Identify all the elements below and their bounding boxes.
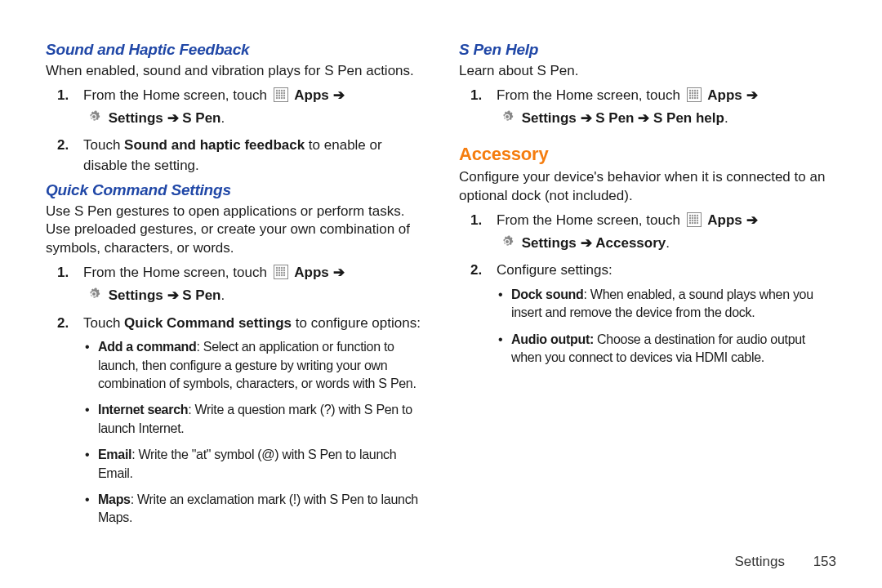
- svg-point-2: [278, 90, 279, 91]
- svg-point-54: [696, 97, 697, 99]
- list-item: Audio output: Choose a destination for a…: [497, 331, 836, 368]
- step-bold: Sound and haptic feedback: [124, 137, 305, 153]
- step: 1. From the Home screen, touch Apps ➔ Se…: [46, 86, 423, 131]
- arrow-icon: ➔: [333, 87, 345, 103]
- step: 1. From the Home screen, touch Apps ➔ Se…: [459, 211, 836, 256]
- arrow-icon: ➔: [581, 235, 592, 251]
- svg-point-51: [688, 97, 690, 99]
- sound-haptic-intro: When enabled, sound and vibration plays …: [46, 62, 423, 81]
- svg-point-42: [696, 90, 697, 91]
- svg-point-23: [283, 267, 284, 269]
- svg-point-16: [283, 97, 284, 99]
- step-number: 1.: [470, 86, 482, 106]
- svg-point-15: [280, 97, 282, 99]
- spen-label: S Pen: [595, 110, 634, 126]
- spen-help-steps: 1. From the Home screen, touch Apps ➔ Se…: [459, 86, 836, 131]
- apps-label: Apps: [707, 212, 742, 228]
- step-number: 1.: [470, 211, 482, 231]
- svg-point-1: [275, 90, 277, 91]
- svg-point-75: [506, 240, 509, 243]
- spen-help-label: S Pen help: [653, 110, 724, 126]
- spen-help-intro: Learn about S Pen.: [459, 62, 836, 81]
- step-number: 1.: [57, 263, 69, 283]
- svg-rect-38: [687, 87, 701, 101]
- step: 2. Touch Quick Command settings to confi…: [46, 314, 423, 528]
- arrow-icon: ➔: [167, 110, 179, 126]
- step-text: From the Home screen, touch: [497, 212, 684, 228]
- svg-point-48: [691, 95, 693, 96]
- svg-point-53: [693, 97, 695, 99]
- svg-point-62: [688, 217, 690, 219]
- step-text: From the Home screen, touch: [83, 87, 271, 103]
- apps-grid-icon: [687, 87, 702, 109]
- arrow-icon: ➔: [581, 110, 592, 126]
- step-number: 2.: [57, 314, 69, 334]
- svg-point-31: [283, 272, 284, 274]
- arrow-icon: ➔: [746, 212, 758, 228]
- list-item: Dock sound: When enabled, a sound plays …: [497, 286, 836, 323]
- settings-gear-icon: [499, 109, 515, 131]
- svg-point-73: [696, 222, 697, 224]
- spen-label: S Pen: [182, 287, 220, 303]
- step: 2. Touch Sound and haptic feedback to en…: [46, 136, 423, 176]
- page-number: 153: [813, 554, 836, 570]
- svg-point-26: [280, 270, 282, 271]
- accessory-steps: 1. From the Home screen, touch Apps ➔ Se…: [459, 211, 836, 367]
- svg-point-70: [688, 222, 690, 224]
- svg-point-7: [280, 92, 282, 94]
- svg-point-35: [283, 274, 284, 276]
- svg-point-25: [278, 270, 279, 271]
- svg-point-32: [275, 274, 277, 276]
- quick-command-steps: 1. From the Home screen, touch Apps ➔ Se…: [46, 263, 423, 527]
- quick-command-bullets: Add a command: Select an application or …: [83, 338, 423, 528]
- bullet-bold: Add a command: [98, 340, 197, 354]
- svg-point-45: [693, 92, 695, 94]
- svg-point-52: [691, 97, 693, 99]
- svg-rect-57: [687, 213, 701, 227]
- heading-spen-help: S Pen Help: [459, 41, 836, 59]
- heading-quick-command: Quick Command Settings: [46, 181, 423, 199]
- svg-point-12: [283, 95, 284, 96]
- arrow-icon: ➔: [746, 87, 758, 103]
- bullet-bold: Maps: [98, 492, 131, 506]
- right-column: S Pen Help Learn about S Pen. 1. From th…: [459, 36, 836, 536]
- step: 2. Configure settings: Dock sound: When …: [459, 261, 836, 367]
- svg-point-28: [275, 272, 277, 274]
- svg-point-3: [280, 90, 282, 91]
- svg-point-68: [693, 220, 695, 221]
- list-item: Maps: Write an exclamation mark (!) with…: [83, 491, 423, 528]
- svg-point-59: [691, 215, 693, 216]
- arrow-icon: ➔: [333, 265, 345, 280]
- bullet-bold: Email: [98, 448, 131, 461]
- svg-point-66: [688, 220, 690, 221]
- svg-point-33: [278, 274, 279, 276]
- svg-point-34: [280, 274, 282, 276]
- accessory-intro: Configure your device's behavior when it…: [459, 168, 836, 206]
- page-footer: Settings 153: [734, 554, 836, 570]
- svg-point-11: [280, 95, 282, 96]
- apps-grid-icon: [687, 212, 702, 234]
- step-number: 2.: [57, 136, 69, 156]
- bullet-bold: Audio output:: [511, 332, 594, 346]
- svg-point-14: [278, 97, 279, 99]
- settings-gear-icon: [499, 234, 515, 256]
- left-column: Sound and Haptic Feedback When enabled, …: [46, 36, 423, 536]
- svg-point-21: [278, 267, 279, 269]
- svg-point-29: [278, 272, 279, 274]
- svg-point-67: [691, 220, 693, 221]
- svg-point-44: [691, 92, 693, 94]
- step-text: to configure options:: [292, 315, 421, 331]
- svg-point-10: [278, 95, 279, 96]
- svg-point-27: [283, 270, 284, 271]
- step-bold: Quick Command settings: [124, 315, 292, 331]
- svg-point-8: [283, 92, 284, 94]
- svg-point-56: [506, 115, 509, 118]
- svg-point-6: [278, 92, 279, 94]
- spen-label: S Pen: [182, 110, 220, 126]
- apps-grid-icon: [274, 87, 288, 109]
- step: 1. From the Home screen, touch Apps ➔ Se…: [46, 263, 423, 308]
- svg-point-49: [693, 95, 695, 96]
- svg-point-64: [693, 217, 695, 219]
- two-column-layout: Sound and Haptic Feedback When enabled, …: [46, 36, 836, 536]
- step-text: From the Home screen, touch: [497, 87, 684, 103]
